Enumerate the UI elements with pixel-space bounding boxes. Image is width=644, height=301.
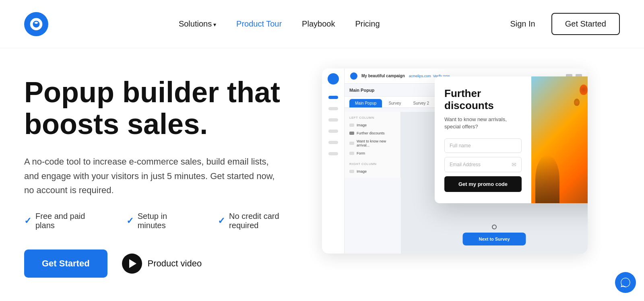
left-list-item-2: Further discounts [345,129,400,137]
figure-silhouette [535,155,559,203]
list-icon-3 [349,142,354,145]
check-icon-nocredit: ✓ [218,216,225,226]
chat-bubble[interactable] [615,272,636,293]
nav-item-solutions[interactable]: Solutions [179,19,216,29]
nav-link-pricing[interactable]: Pricing [355,19,380,28]
balloon-4 [574,99,580,106]
mockup-tab-survey2[interactable]: Survey 2 [408,99,435,107]
list-icon-2 [349,132,354,135]
hero-section: Popup builder that boosts sales. A no-co… [0,48,644,290]
nav-right: Sign In Get Started [510,13,620,35]
product-video-button[interactable]: Product video [122,254,202,274]
nav-item-product-tour[interactable]: Product Tour [236,19,282,29]
right-list-item-1: Image [345,167,400,175]
sidebar-dot-1 [328,96,338,99]
svg-point-1 [33,21,40,27]
check-item-free: ✓ Free and paid plans [24,212,102,230]
topbar-campaign-name: My beautiful campaign [361,74,405,78]
hero-title: Popup builder that boosts sales. [24,76,306,140]
mockup-wrapper: My beautiful campaign acmelips.com Verif… [322,68,588,254]
get-started-nav-button[interactable]: Get Started [551,13,620,35]
left-list-item-3: Want to know new arrival... [345,137,400,149]
hero-checks: ✓ Free and paid plans ✓ Setup in minutes… [24,212,306,230]
list-icon-4 [349,152,354,155]
play-icon [122,254,142,274]
left-list-item-1: Image [345,121,400,129]
popup-subtitle: Want to know new arrivals, special offer… [444,116,522,130]
popup-cta-button[interactable]: Get my promo code [444,176,522,192]
popup-preview: ✕ Further discounts Want to know new arr… [435,76,588,203]
list-icon-1 [349,124,354,127]
mockup-left-list: LEFT COLUMN Image Further discounts Want… [345,112,401,178]
check-label-setup: Setup in minutes [138,212,194,230]
nav-item-playbook[interactable]: Playbook [302,19,335,29]
balloon-2 [580,85,588,95]
nav-links: Solutions Product Tour Playbook Pricing [179,19,380,29]
navbar: Solutions Product Tour Playbook Pricing … [0,0,644,48]
right-col-label: RIGHT COLUMN [345,161,400,167]
nav-link-playbook[interactable]: Playbook [302,19,335,28]
check-icon-setup: ✓ [126,216,134,226]
popup-preview-inner: Further discounts Want to know new arriv… [435,76,588,203]
nav-link-solutions[interactable]: Solutions [179,19,216,28]
logo[interactable] [24,12,48,36]
popup-input-email[interactable]: Email Address ✉ [444,157,522,172]
topbar-logo [350,72,357,80]
mockup-survey-button[interactable]: Next to Survey [462,233,526,245]
left-list-item-4: Form [345,149,400,157]
popup-image-side [531,76,588,203]
check-label-free: Free and paid plans [35,212,102,230]
nav-link-product-tour[interactable]: Product Tour [236,19,282,28]
hero-description: A no-code tool to increase e-commerce sa… [24,155,282,197]
brands-section: GREENPEACE unicef ⊙ Rakuten wienerberger [0,290,644,301]
sidebar-dot-4 [328,130,338,133]
hero-left: Popup builder that boosts sales. A no-co… [24,64,306,290]
hero-right: My beautiful campaign acmelips.com Verif… [322,64,620,290]
logo-icon [29,17,43,31]
email-icon: ✉ [512,161,516,168]
chat-icon [620,277,631,288]
popup-title: Further discounts [444,88,522,112]
mockup-tab-main[interactable]: Main Popup [349,99,382,107]
sidebar-dot-2 [328,107,338,110]
product-video-label: Product video [148,258,202,269]
mockup-sidebar-logo [328,73,339,85]
check-icon-free: ✓ [24,216,31,226]
left-col-label: LEFT COLUMN [345,114,400,121]
list-icon-5 [349,170,354,173]
nav-item-pricing[interactable]: Pricing [355,19,380,29]
mockup-survey-dot [492,225,497,229]
sign-in-button[interactable]: Sign In [510,19,535,29]
check-label-nocredit: No credit card required [229,212,306,230]
get-started-hero-button[interactable]: Get Started [24,249,107,278]
popup-input-fullname[interactable]: Full name [444,138,522,153]
mockup-sidebar [322,68,345,254]
sidebar-dot-5 [328,141,338,144]
hero-actions: Get Started Product video [24,249,306,278]
sidebar-dot-6 [328,152,338,155]
panel-title: Main Popup [349,88,374,93]
check-item-setup: ✓ Setup in minutes [126,212,194,230]
sidebar-dot-3 [328,118,338,122]
mockup-tab-survey[interactable]: Survey [383,99,407,107]
popup-form-side: Further discounts Want to know new arriv… [435,76,531,203]
check-item-nocredit: ✓ No credit card required [218,212,306,230]
